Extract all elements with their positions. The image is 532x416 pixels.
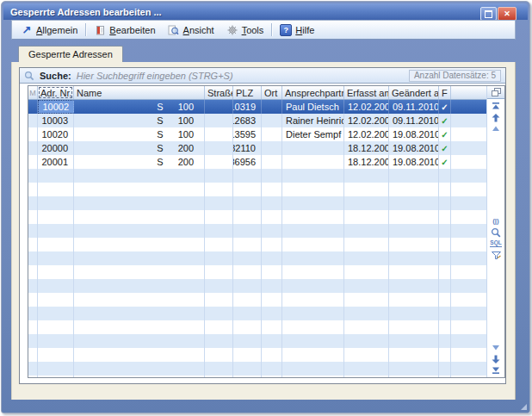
jump-up-icon[interactable]	[488, 112, 504, 123]
cell-geaendert-am[interactable]: 09.11.2010	[389, 100, 439, 114]
cell-plz-empty	[233, 279, 262, 293]
cell-ansprechpartner[interactable]: Paul Dietsch	[282, 100, 344, 114]
cell-ansprechpartner[interactable]	[282, 141, 344, 155]
cell-erfasst-am[interactable]: 18.12.2006	[344, 155, 389, 169]
cell-plz[interactable]: 12683	[233, 114, 262, 127]
cell-erfasst-am[interactable]: 12.02.2007	[344, 100, 389, 114]
search-bar[interactable]: Suche: Hier Suchbegriff eingeben (STRG+S…	[20, 68, 505, 84]
cell-geaendert-am[interactable]: 09.11.2010	[389, 114, 439, 127]
table-row[interactable]: 20000S2008211018.12.200619.08.2010✓	[28, 141, 486, 155]
close-button[interactable]: ✕	[498, 7, 517, 21]
resize-grip[interactable]	[521, 404, 527, 410]
cell-plz[interactable]: 13595	[233, 127, 262, 141]
cell-erfasst-am[interactable]: 12.02.2007	[344, 114, 389, 127]
cell-ort-empty	[262, 348, 282, 362]
cell-strasse[interactable]	[205, 127, 233, 141]
column-header-adr-nr[interactable]: Adr. Nr.	[38, 86, 74, 99]
column-header-ansprechpartner[interactable]: Ansprechpartner	[282, 86, 344, 99]
menu-item-hilfe[interactable]: ?Hilfe	[274, 21, 320, 39]
cell-strasse[interactable]	[205, 100, 233, 114]
jump-down-icon[interactable]	[488, 353, 504, 364]
cell-f-check[interactable]: ✓	[439, 141, 451, 155]
cell-ansprechpartner[interactable]: Dieter Sempf	[282, 127, 344, 141]
cell-name[interactable]: S200	[74, 141, 205, 155]
filter-icon[interactable]	[488, 250, 504, 261]
cell-geaendert-am[interactable]: 19.08.2010	[389, 141, 439, 155]
step-up-icon[interactable]	[488, 123, 504, 134]
column-header-strasse[interactable]: Straße	[205, 86, 233, 99]
cell-ort[interactable]	[262, 141, 282, 155]
cell-filler	[451, 141, 486, 155]
cell-name[interactable]: S200	[74, 155, 205, 169]
menu-item-tools[interactable]: Tools	[220, 21, 270, 39]
menu-item-allgemein[interactable]: ↗Allgemein	[15, 21, 84, 39]
cell-ort[interactable]	[262, 100, 282, 114]
window-title: Gesperrte Adressen bearbeiten ...	[10, 7, 162, 17]
record-count-icon[interactable]: (|)	[488, 216, 504, 227]
cell-strasse-empty	[205, 334, 233, 348]
cell-name[interactable]: S100	[74, 100, 205, 114]
cell-name[interactable]: S100	[74, 114, 205, 127]
menu-item-bearbeiten[interactable]: Bearbeiten	[88, 21, 161, 39]
cell-plz[interactable]: 86956	[233, 155, 262, 169]
column-header-geaendert-am[interactable]: Geändert am	[389, 86, 439, 99]
table-row[interactable]: 10020S10013595Dieter Sempf12.02.200719.0…	[28, 127, 486, 141]
cell-plz-empty	[233, 376, 262, 377]
cell-geaendert-am[interactable]: 19.08.2010	[389, 155, 439, 169]
zoom-icon[interactable]	[488, 227, 504, 239]
cell-adr-nr[interactable]: 20001	[38, 155, 74, 169]
cell-m[interactable]	[28, 155, 38, 169]
tab-gesperrte-adressen[interactable]: Gesperrte Adressen	[18, 46, 123, 62]
column-header-f[interactable]: F	[439, 86, 451, 99]
cell-m[interactable]	[28, 114, 38, 127]
name-number: 100	[178, 102, 194, 112]
copy-icon[interactable]	[488, 87, 504, 98]
column-header-ort[interactable]: Ort	[262, 86, 282, 99]
cell-m[interactable]	[28, 100, 38, 114]
cell-ort[interactable]	[262, 127, 282, 141]
maximize-button[interactable]	[480, 7, 497, 21]
table-row[interactable]: 20001S2008695618.12.200619.08.2010✓	[28, 155, 486, 169]
column-header-erfasst-am[interactable]: Erfasst am	[344, 86, 389, 99]
cell-erfasst-am[interactable]: 12.02.2007	[344, 127, 389, 141]
scroll-bottom-icon[interactable]	[488, 364, 504, 376]
cell-ort[interactable]	[262, 155, 282, 169]
cell-geaendert-am[interactable]: 19.08.2010	[389, 127, 439, 141]
cell-erfasst-am[interactable]: 18.12.2006	[344, 141, 389, 155]
cell-ort[interactable]	[262, 114, 282, 127]
cell-ansprechpartner-empty	[282, 224, 344, 238]
cell-m[interactable]	[28, 141, 38, 155]
column-header-m[interactable]: M	[28, 86, 38, 99]
cell-adr-nr[interactable]: 20000	[38, 141, 74, 155]
cell-plz[interactable]: 82110	[233, 141, 262, 155]
menu-separator	[271, 23, 272, 36]
titlebar[interactable]: Gesperrte Adressen bearbeiten ... ✕	[3, 3, 528, 20]
search-input[interactable]: Hier Suchbegriff eingeben (STRG+S)	[77, 71, 409, 81]
table-row[interactable]: 10003S10012683Rainer Heinrich12.02.20070…	[28, 114, 486, 127]
cell-strasse[interactable]	[205, 141, 233, 155]
cell-f-check[interactable]: ✓	[439, 114, 451, 127]
cell-name[interactable]: S100	[74, 127, 205, 141]
menu-item-ansicht[interactable]: Ansicht	[162, 21, 220, 39]
cell-adr-nr[interactable]: 10020	[38, 127, 74, 141]
cell-name-empty	[74, 334, 205, 348]
cell-f-check[interactable]: ✓	[439, 155, 451, 169]
cell-ansprechpartner-empty	[282, 307, 344, 320]
column-header-plz[interactable]: PLZ	[233, 86, 262, 99]
column-header-name[interactable]: Name	[74, 86, 205, 99]
cell-strasse[interactable]	[205, 114, 233, 127]
sql-icon[interactable]: SQL	[488, 239, 504, 250]
cell-adr-nr[interactable]: 10002	[38, 100, 74, 114]
cell-f-check[interactable]: ✓	[439, 127, 451, 141]
step-down-icon[interactable]	[488, 342, 504, 353]
cell-strasse[interactable]	[205, 155, 233, 169]
cell-ansprechpartner[interactable]: Rainer Heinrich	[282, 114, 344, 127]
cell-f-check[interactable]: ✓	[439, 100, 451, 114]
scroll-top-icon[interactable]	[488, 101, 504, 112]
cell-m[interactable]	[28, 127, 38, 141]
cell-plz[interactable]: 10319	[233, 100, 262, 114]
cell-adr-nr[interactable]: 10003	[38, 114, 74, 127]
table-row-selected[interactable]: 10002S10010319Paul Dietsch12.02.200709.1…	[28, 100, 486, 114]
table-row-empty	[28, 196, 486, 210]
cell-ansprechpartner[interactable]	[282, 155, 344, 169]
